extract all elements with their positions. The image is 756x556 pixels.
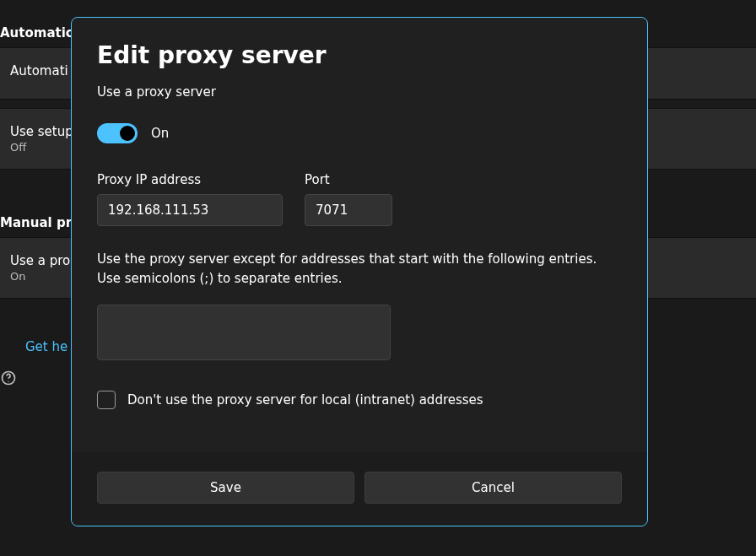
- bypass-local-label: Don't use the proxy server for local (in…: [127, 392, 483, 408]
- ip-column: Proxy IP address: [97, 172, 283, 226]
- bypass-local-row: Don't use the proxy server for local (in…: [97, 391, 622, 409]
- toggle-thumb: [120, 126, 135, 141]
- help-icon: [0, 370, 17, 386]
- save-button[interactable]: Save: [97, 472, 354, 504]
- use-proxy-toggle-row: On: [97, 123, 622, 143]
- cancel-button[interactable]: Cancel: [364, 472, 622, 504]
- proxy-ip-input[interactable]: [97, 194, 283, 226]
- proxy-port-input[interactable]: [305, 194, 392, 226]
- dialog-title: Edit proxy server: [97, 41, 622, 69]
- exceptions-description: Use the proxy server except for addresse…: [97, 250, 622, 289]
- edit-proxy-dialog: Edit proxy server Use a proxy server On …: [71, 17, 648, 526]
- use-proxy-toggle[interactable]: [97, 123, 138, 143]
- dialog-body: Edit proxy server Use a proxy server On …: [72, 18, 647, 452]
- address-port-row: Proxy IP address Port: [97, 172, 622, 226]
- port-column: Port: [305, 172, 392, 226]
- svg-point-1: [8, 381, 8, 382]
- bypass-local-checkbox[interactable]: [97, 391, 116, 409]
- ip-label: Proxy IP address: [97, 172, 283, 187]
- port-label: Port: [305, 172, 392, 187]
- dialog-footer: Save Cancel: [72, 452, 647, 526]
- use-proxy-label: Use a proxy server: [97, 84, 622, 100]
- use-proxy-toggle-state-label: On: [151, 126, 169, 141]
- exceptions-textarea[interactable]: [97, 305, 391, 360]
